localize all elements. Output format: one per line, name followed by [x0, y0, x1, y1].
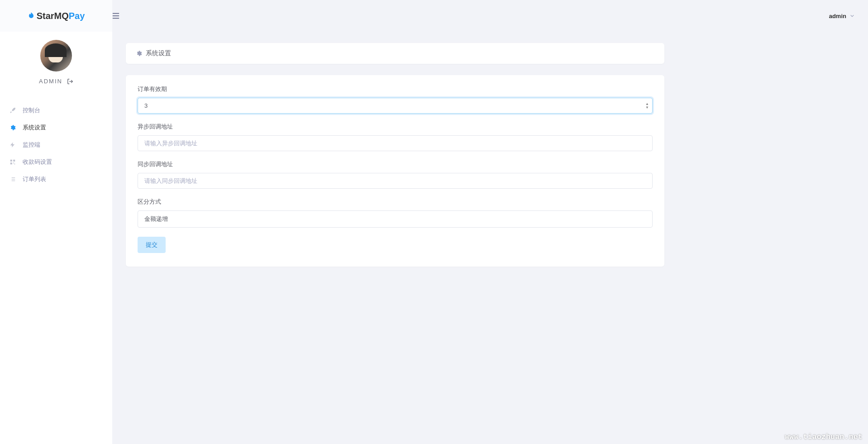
sidebar-user-name: ADMIN [39, 78, 62, 85]
brand-part1: Star [37, 11, 54, 21]
user-dropdown[interactable]: admin [829, 13, 854, 19]
spinner-down-icon[interactable]: ▼ [644, 106, 650, 110]
form-group-diff-method: 区分方式 金额递增 [138, 198, 653, 228]
sidebar-item-label: 系统设置 [23, 124, 46, 132]
menu-toggle-icon[interactable] [112, 13, 119, 19]
form-group-sync-callback: 同步回调地址 [138, 160, 653, 189]
logout-icon[interactable] [67, 78, 73, 85]
label-diff-method: 区分方式 [138, 198, 653, 206]
page-header-card: 系统设置 [126, 43, 664, 64]
number-spinner[interactable]: ▲ ▼ [644, 102, 650, 110]
chevron-down-icon [850, 14, 854, 18]
input-sync-callback[interactable] [138, 173, 653, 189]
sidebar-user: ADMIN [0, 32, 112, 95]
form-group-order-valid: 订单有效期 ▲ ▼ [138, 85, 653, 114]
gear-icon [9, 124, 16, 131]
svg-rect-0 [10, 160, 12, 162]
sidebar-item-orders[interactable]: 订单列表 [0, 171, 112, 188]
settings-form-card: 订单有效期 ▲ ▼ 异步回调地址 同步回调地址 [126, 75, 664, 267]
sidebar-item-monitor[interactable]: 监控端 [0, 136, 112, 153]
svg-rect-3 [13, 162, 14, 163]
sidebar-nav: 控制台 系统设置 监控端 收款码设置 订单列表 [0, 95, 112, 195]
topbar-user-label: admin [829, 13, 846, 19]
gear-icon [136, 50, 142, 57]
submit-button[interactable]: 提交 [138, 237, 166, 253]
svg-rect-4 [14, 164, 15, 165]
label-async-callback: 异步回调地址 [138, 123, 653, 131]
rocket-icon [9, 107, 16, 114]
brand-logo[interactable]: StarMQPay [0, 0, 112, 32]
label-sync-callback: 同步回调地址 [138, 160, 653, 168]
main-content: 系统设置 订单有效期 ▲ ▼ 异步回调地址 [112, 0, 868, 444]
sidebar-item-qrcode[interactable]: 收款码设置 [0, 153, 112, 171]
topbar: admin [0, 0, 868, 32]
sidebar-item-settings[interactable]: 系统设置 [0, 119, 112, 136]
sidebar-item-label: 控制台 [23, 106, 40, 115]
brand-part2: MQ [54, 11, 69, 21]
svg-rect-2 [10, 162, 12, 164]
input-async-callback[interactable] [138, 135, 653, 151]
list-icon [9, 176, 16, 183]
select-diff-method[interactable]: 金额递增 [138, 210, 653, 228]
form-group-async-callback: 异步回调地址 [138, 123, 653, 151]
sidebar-item-label: 监控端 [23, 141, 40, 149]
flame-icon [28, 12, 35, 20]
qrcode-icon [9, 158, 16, 166]
bolt-icon [9, 141, 16, 148]
sidebar-item-console[interactable]: 控制台 [0, 102, 112, 119]
page-title: 系统设置 [146, 49, 171, 57]
brand-part3: Pay [69, 11, 85, 21]
svg-rect-1 [13, 160, 15, 162]
sidebar: StarMQPay ADMIN 控制台 系统设置 [0, 0, 112, 444]
sidebar-item-label: 收款码设置 [23, 158, 52, 166]
avatar[interactable] [40, 40, 72, 72]
watermark: www.tiaozhuan.net [785, 433, 863, 441]
label-order-valid: 订单有效期 [138, 85, 653, 93]
sidebar-item-label: 订单列表 [23, 175, 46, 183]
input-order-valid[interactable] [138, 98, 653, 114]
